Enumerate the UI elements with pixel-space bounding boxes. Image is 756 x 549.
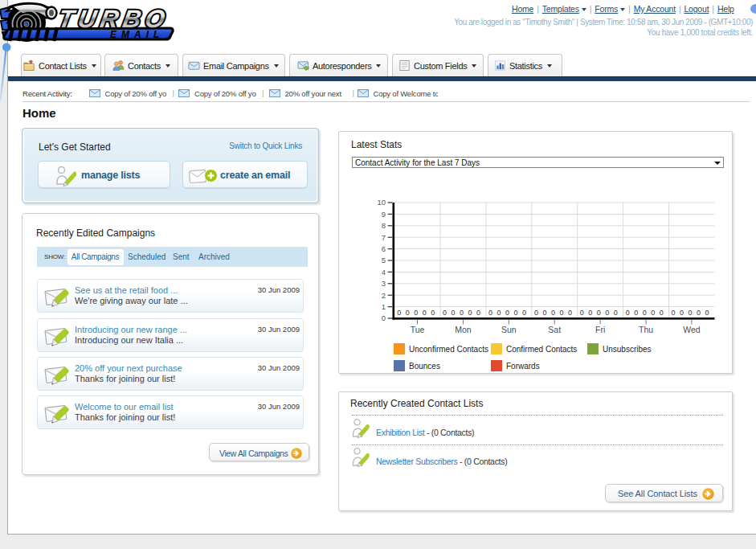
svg-text:Thu: Thu [639, 325, 653, 334]
svg-text:0: 0 [476, 309, 480, 317]
svg-text:0: 0 [497, 309, 501, 317]
svg-text:0: 0 [468, 309, 472, 317]
svg-text:0: 0 [672, 309, 676, 317]
svg-text:TURBO: TURBO [56, 5, 172, 33]
svg-text:0: 0 [680, 309, 684, 317]
svg-text:0: 0 [559, 309, 563, 317]
svg-text:0: 0 [697, 309, 701, 317]
svg-text:0: 0 [643, 309, 647, 317]
svg-text:0: 0 [431, 309, 435, 317]
svg-text:Mon: Mon [455, 325, 472, 334]
svg-text:0: 0 [651, 309, 655, 317]
svg-text:0: 0 [580, 309, 584, 317]
svg-text:9: 9 [382, 210, 386, 219]
svg-text:0: 0 [542, 309, 546, 317]
svg-text:Unsubscribes: Unsubscribes [603, 345, 652, 354]
svg-text:0: 0 [423, 309, 427, 317]
svg-text:0: 0 [568, 309, 572, 317]
svg-text:0: 0 [452, 309, 456, 317]
svg-text:0: 0 [513, 309, 517, 317]
svg-text:5: 5 [382, 256, 386, 264]
svg-text:0: 0 [605, 309, 609, 317]
svg-text:Unconfirmed Contacts: Unconfirmed Contacts [409, 345, 488, 354]
svg-text:10: 10 [377, 198, 386, 207]
svg-text:7: 7 [382, 233, 386, 242]
svg-text:Tue: Tue [411, 325, 425, 334]
svg-text:3: 3 [382, 279, 386, 288]
svg-text:0: 0 [382, 313, 386, 322]
svg-text:0: 0 [705, 309, 709, 317]
svg-text:0: 0 [534, 309, 538, 317]
svg-text:0: 0 [689, 309, 693, 317]
svg-text:Sun: Sun [501, 325, 517, 334]
svg-text:0: 0 [505, 309, 509, 317]
svg-text:0: 0 [406, 309, 410, 317]
svg-text:Wed: Wed [683, 325, 701, 334]
svg-text:Sat: Sat [548, 325, 561, 334]
svg-text:0: 0 [588, 309, 592, 317]
svg-text:1: 1 [382, 302, 386, 311]
svg-text:4: 4 [382, 268, 386, 277]
svg-text:0: 0 [551, 309, 555, 317]
svg-text:6: 6 [382, 244, 386, 253]
svg-text:0: 0 [626, 309, 630, 317]
svg-text:0: 0 [634, 309, 638, 317]
svg-text:Confirmed Contacts: Confirmed Contacts [506, 345, 577, 354]
svg-text:Fri: Fri [595, 325, 605, 334]
svg-text:0: 0 [443, 309, 447, 317]
svg-text:2: 2 [382, 291, 386, 300]
svg-text:0: 0 [397, 309, 401, 317]
svg-text:0: 0 [460, 309, 464, 317]
svg-text:0: 0 [660, 309, 664, 317]
svg-text:0: 0 [488, 309, 492, 317]
svg-text:0: 0 [614, 309, 618, 317]
svg-text:Forwards: Forwards [506, 362, 540, 371]
svg-text:Bounces: Bounces [409, 362, 440, 371]
svg-text:0: 0 [522, 309, 526, 317]
svg-text:0: 0 [597, 309, 601, 317]
svg-text:0: 0 [414, 309, 418, 317]
svg-text:8: 8 [382, 221, 386, 230]
